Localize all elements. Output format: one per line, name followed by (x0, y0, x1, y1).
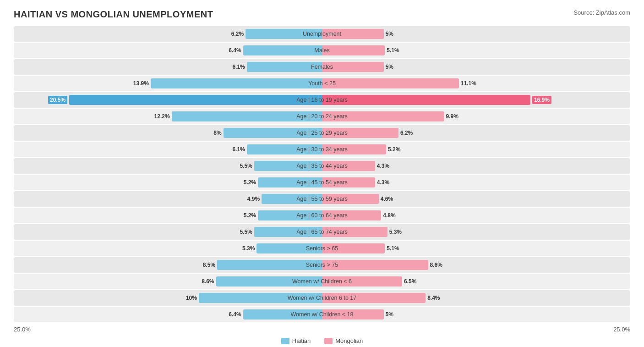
bar-row: 8% Age | 25 to 29 years 6.2% (14, 125, 630, 141)
legend-swatch-haitian (281, 338, 289, 344)
bar-inner: 5.5% Age | 35 to 44 years 4.3% (14, 158, 630, 174)
chart-container: HAITIAN VS MONGOLIAN UNEMPLOYMENT Source… (0, 0, 644, 347)
x-axis: 25.0% 25.0% (14, 326, 630, 333)
value-left: 5.2% (244, 179, 256, 186)
chart-header: HAITIAN VS MONGOLIAN UNEMPLOYMENT Source… (14, 9, 630, 20)
left-section: 12.2% (14, 109, 322, 124)
right-section: 6.5% (322, 274, 630, 289)
right-section: 16.9% (322, 92, 630, 108)
bar-row: 20.5% Age | 16 to 19 years 16.9% (14, 92, 630, 108)
blue-bar (254, 227, 322, 237)
bar-inner: 4.9% Age | 55 to 59 years 4.6% (14, 191, 630, 207)
pink-bar (322, 62, 384, 72)
value-right: 16.9% (532, 96, 551, 104)
right-section: 8.6% (322, 257, 630, 273)
value-left: 6.1% (232, 146, 245, 153)
bar-row: 12.2% Age | 20 to 24 years 9.9% (14, 109, 630, 124)
value-left: 20.5% (48, 96, 67, 104)
bar-inner: 6.4% Males 5.1% (14, 43, 630, 58)
pink-bar (322, 293, 426, 303)
left-section: 20.5% (14, 92, 322, 108)
right-section: 8.4% (322, 290, 630, 306)
right-section: 5.1% (322, 241, 630, 256)
bar-row: 5.2% Age | 45 to 54 years 4.3% (14, 175, 630, 190)
bar-inner: 6.4% Women w/ Children < 18 5% (14, 307, 630, 322)
right-section: 4.8% (322, 208, 630, 223)
value-right: 4.8% (383, 212, 395, 219)
bar-inner: 5.2% Age | 60 to 64 years 4.8% (14, 208, 630, 223)
pink-bar (322, 144, 386, 154)
bar-inner: 10% Women w/ Children 6 to 17 8.4% (14, 290, 630, 306)
right-section: 9.9% (322, 109, 630, 124)
value-left: 5.5% (240, 229, 252, 235)
left-section: 6.4% (14, 307, 322, 322)
pink-bar (322, 309, 384, 319)
blue-bar (247, 144, 322, 154)
bar-row: 5.5% Age | 35 to 44 years 4.3% (14, 158, 630, 174)
value-right: 11.1% (461, 80, 476, 87)
left-section: 5.2% (14, 208, 322, 223)
value-left: 8% (213, 130, 221, 136)
bar-row: 5.3% Seniors > 65 5.1% (14, 241, 630, 256)
pink-bar (322, 111, 444, 121)
left-section: 6.2% (14, 26, 322, 42)
bar-inner: 5.3% Seniors > 65 5.1% (14, 241, 630, 256)
bar-row: 10% Women w/ Children 6 to 17 8.4% (14, 290, 630, 306)
value-right: 5% (386, 31, 393, 37)
bar-row: 6.1% Females 5% (14, 59, 630, 75)
bar-inner: 6.2% Unemployment 5% (14, 26, 630, 42)
x-axis-left: 25.0% (14, 326, 31, 333)
bar-row: 8.6% Women w/ Children < 6 6.5% (14, 274, 630, 289)
value-right: 4.6% (381, 196, 393, 202)
bar-row: 6.4% Women w/ Children < 18 5% (14, 307, 630, 322)
bar-row: 4.9% Age | 55 to 59 years 4.6% (14, 191, 630, 207)
left-section: 6.1% (14, 142, 322, 157)
value-left: 12.2% (154, 113, 170, 120)
value-right: 4.3% (377, 163, 389, 169)
pink-bar (322, 95, 530, 105)
blue-bar (257, 243, 322, 253)
pink-bar (322, 78, 459, 88)
bar-row: 5.5% Age | 65 to 74 years 5.3% (14, 224, 630, 240)
bar-row: 6.1% Age | 30 to 34 years 5.2% (14, 142, 630, 157)
pink-bar (322, 260, 428, 270)
right-section: 4.6% (322, 191, 630, 207)
right-section: 5% (322, 26, 630, 42)
blue-bar (262, 194, 322, 204)
blue-bar (247, 62, 322, 72)
value-right: 8.6% (430, 262, 442, 268)
pink-bar (322, 177, 375, 187)
value-right: 6.2% (400, 130, 413, 136)
value-left: 5.3% (242, 245, 255, 252)
blue-bar (254, 161, 322, 171)
pink-bar (322, 128, 398, 138)
left-section: 13.9% (14, 76, 322, 91)
bar-inner: 8.5% Seniors > 75 8.6% (14, 257, 630, 273)
left-section: 5.5% (14, 158, 322, 174)
bar-inner: 8.6% Women w/ Children < 6 6.5% (14, 274, 630, 289)
left-section: 4.9% (14, 191, 322, 207)
value-left: 5.2% (244, 212, 256, 219)
blue-bar (172, 111, 322, 121)
left-section: 6.4% (14, 43, 322, 58)
value-right: 5.1% (387, 245, 399, 252)
value-right: 5.1% (387, 47, 399, 54)
bar-row: 6.4% Males 5.1% (14, 43, 630, 58)
value-left: 13.9% (133, 80, 149, 87)
right-section: 5.2% (322, 142, 630, 157)
bar-row: 6.2% Unemployment 5% (14, 26, 630, 42)
left-section: 8.5% (14, 257, 322, 273)
value-right: 5% (386, 311, 393, 318)
right-section: 4.3% (322, 175, 630, 190)
value-left: 10% (186, 295, 197, 301)
value-right: 9.9% (446, 113, 458, 120)
bar-inner: 6.1% Age | 30 to 34 years 5.2% (14, 142, 630, 157)
blue-bar (199, 293, 322, 303)
value-left: 6.4% (229, 47, 241, 54)
chart-source: Source: ZipAtlas.com (573, 9, 630, 16)
left-section: 10% (14, 290, 322, 306)
legend: Haitian Mongolian (14, 337, 630, 344)
bar-inner: 8% Age | 25 to 29 years 6.2% (14, 125, 630, 141)
right-section: 5% (322, 59, 630, 75)
pink-bar (322, 227, 387, 237)
